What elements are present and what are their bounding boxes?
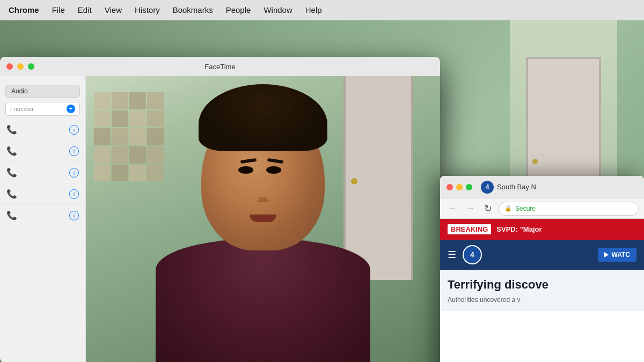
- contact-row: 📞 i: [0, 162, 85, 183]
- phone-icon: 📞: [6, 210, 17, 220]
- contact-row: 📞 i: [0, 141, 85, 162]
- left-eye: [238, 166, 253, 174]
- photo-item: [94, 110, 111, 128]
- add-contact-button[interactable]: +: [67, 105, 75, 113]
- phone-icon: 📞: [6, 167, 17, 178]
- photo-item: [112, 110, 128, 128]
- menu-help[interactable]: Help: [305, 5, 322, 14]
- menu-bar: Chrome File Edit View History Bookmarks …: [0, 0, 644, 20]
- info-icon[interactable]: i: [69, 146, 79, 156]
- photo-item: [112, 128, 128, 145]
- menu-edit[interactable]: Edit: [78, 5, 92, 14]
- photo-item: [112, 92, 128, 109]
- breaking-text: SVPD: "Major: [496, 225, 541, 233]
- photo-item: [94, 165, 111, 182]
- phone-icon: 📞: [6, 189, 17, 199]
- news-nav-bar: ☰ 4 WATC: [440, 240, 644, 270]
- facetime-window: FaceTime Audio r number + 📞 i 📞 i: [0, 57, 440, 362]
- facetime-title: FaceTime: [204, 63, 235, 71]
- reload-button[interactable]: ↻: [482, 202, 494, 216]
- contact-row: 📞 i: [0, 183, 85, 205]
- nose: [257, 186, 270, 202]
- minimize-button[interactable]: [17, 63, 24, 70]
- menu-bookmarks[interactable]: Bookmarks: [173, 5, 213, 14]
- play-icon: [604, 252, 609, 257]
- menu-people[interactable]: People: [226, 5, 251, 14]
- tab-title: South Bay N: [497, 183, 536, 191]
- secure-label: Secure: [515, 205, 536, 212]
- window-controls: [447, 184, 472, 190]
- facetime-titlebar: FaceTime: [0, 57, 440, 76]
- news-headline-area: Terrifying discove Authorities uncovered…: [440, 270, 644, 311]
- address-bar[interactable]: 🔒 Secure: [499, 202, 639, 216]
- news-subhead: Authorities uncovered a v: [448, 296, 636, 304]
- info-icon[interactable]: i: [69, 168, 79, 178]
- person-in-video: [140, 76, 386, 362]
- facetime-body: Audio r number + 📞 i 📞 i 📞 i: [0, 76, 440, 362]
- hamburger-icon[interactable]: ☰: [448, 249, 456, 261]
- watch-button[interactable]: WATC: [598, 248, 636, 262]
- video-person-bg: [86, 76, 440, 362]
- browser-titlebar: 4 South Bay N: [440, 176, 644, 198]
- person-hair: [199, 84, 327, 151]
- photo-item: [94, 92, 111, 109]
- facetime-sidebar: Audio r number + 📞 i 📞 i 📞 i: [0, 76, 86, 362]
- window-controls: [6, 63, 34, 70]
- info-icon[interactable]: i: [69, 189, 79, 199]
- number-input[interactable]: r number +: [5, 102, 80, 116]
- phone-icon: 📞: [6, 124, 17, 135]
- menu-file[interactable]: File: [52, 5, 65, 14]
- maximize-button[interactable]: [28, 63, 34, 70]
- breaking-bar: BREAKING SVPD: "Major: [440, 219, 644, 240]
- browser-window: 4 South Bay N ← → ↻ 🔒 Secure BREAKING SV…: [440, 176, 644, 362]
- audio-button[interactable]: Audio: [5, 85, 80, 98]
- main-area: FaceTime Audio r number + 📞 i 📞 i: [0, 20, 644, 362]
- phone-icon: 📞: [6, 146, 17, 156]
- mouth: [250, 215, 276, 222]
- breaking-label: BREAKING: [448, 224, 491, 234]
- facetime-video: [86, 76, 440, 362]
- input-placeholder: r number: [10, 106, 34, 112]
- close-button[interactable]: [6, 63, 13, 70]
- right-eye: [266, 166, 281, 174]
- photo-item: [94, 146, 111, 164]
- browser-minimize-button[interactable]: [456, 184, 463, 190]
- photo-item: [112, 146, 128, 164]
- info-icon[interactable]: i: [69, 211, 79, 220]
- lock-icon: 🔒: [504, 205, 512, 212]
- door-knob: [532, 159, 538, 164]
- browser-toolbar: ← → ↻ 🔒 Secure: [440, 198, 644, 219]
- forward-button[interactable]: →: [464, 202, 478, 215]
- photo-item: [112, 165, 128, 182]
- contact-row: 📞 i: [0, 119, 85, 141]
- menu-history[interactable]: History: [135, 5, 160, 14]
- menu-chrome[interactable]: Chrome: [9, 5, 39, 14]
- watch-label: WATC: [612, 251, 630, 258]
- browser-tab[interactable]: 4 South Bay N: [481, 181, 536, 194]
- info-icon[interactable]: i: [69, 125, 79, 135]
- person-body: [156, 239, 370, 362]
- contact-row: 📞 i: [0, 205, 85, 226]
- photo-item: [94, 128, 111, 145]
- channel-icon: 4: [481, 181, 494, 194]
- menu-view[interactable]: View: [105, 5, 122, 14]
- news-content: BREAKING SVPD: "Major ☰ 4 WATC Terrifyin…: [440, 219, 644, 362]
- channel-4-logo: 4: [463, 245, 482, 264]
- menu-window[interactable]: Window: [264, 5, 292, 14]
- browser-maximize-button[interactable]: [466, 184, 472, 190]
- news-headline: Terrifying discove: [448, 277, 636, 293]
- browser-close-button[interactable]: [447, 184, 453, 190]
- back-button[interactable]: ←: [445, 202, 459, 215]
